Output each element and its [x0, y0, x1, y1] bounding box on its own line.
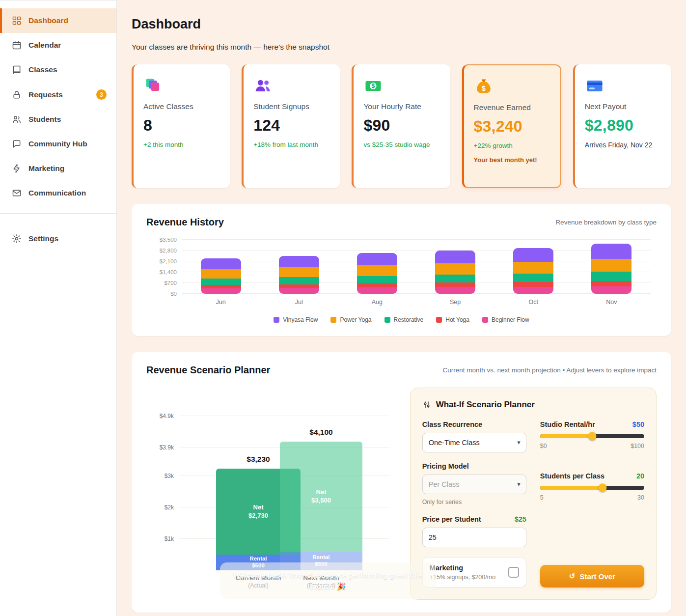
- history-bar-segment: [435, 251, 475, 263]
- history-bar-slot: [260, 256, 338, 294]
- scenario-gridline: [179, 416, 389, 416]
- segment-word: Net: [253, 504, 264, 512]
- stat-card-revenue-earned[interactable]: $ Revenue Earned $3,240 +22% growth Your…: [462, 64, 561, 188]
- history-month-label: Jun: [182, 299, 260, 306]
- stat-note: +18% from last month: [253, 140, 330, 150]
- sidebar-item-requests[interactable]: Requests 3: [0, 82, 116, 107]
- marketing-sublabel: +15% signups, $200/mo: [430, 574, 495, 581]
- legend-swatch: [384, 317, 390, 323]
- studio-rental-slider[interactable]: [540, 434, 644, 438]
- calendar-icon: [12, 40, 22, 50]
- welcome-toast: Welcome back! Your classes are performin…: [220, 562, 436, 599]
- students-per-class-slider[interactable]: [540, 486, 644, 490]
- sidebar-item-communication[interactable]: Communication: [0, 181, 116, 205]
- legend-label: Restorative: [394, 316, 424, 323]
- sidebar-item-label: Classes: [28, 65, 57, 74]
- stat-cards-row: Active Classes 8 +2 this month Student S…: [132, 64, 671, 188]
- sidebar-item-settings[interactable]: Settings: [0, 226, 116, 251]
- scenario-plot: $3,230 Net $2,730 Rental $500 $4,100: [179, 416, 389, 570]
- history-bar-segment: [201, 258, 241, 269]
- stat-value: 124: [253, 116, 330, 135]
- history-bar-segment: [435, 282, 475, 287]
- users-icon: [12, 114, 22, 124]
- scenario-subtitle: Current month vs. next month projection …: [443, 366, 657, 374]
- history-bar: [591, 244, 631, 294]
- history-bar-segment: [513, 262, 553, 274]
- history-bar-segment: [357, 287, 397, 294]
- start-over-button[interactable]: ↺ Start Over: [540, 565, 644, 588]
- history-bar-segment: [591, 286, 631, 294]
- sidebar-item-label: Students: [28, 115, 61, 124]
- sidebar-item-community-hub[interactable]: Community Hub: [0, 132, 116, 156]
- requests-count-badge: 3: [96, 89, 107, 100]
- history-bar-segment: [279, 277, 319, 284]
- legend-swatch: [274, 317, 279, 323]
- history-bar: [513, 248, 553, 294]
- students-per-class-max: 30: [637, 494, 644, 501]
- scenario-chart: $3,230 Net $2,730 Rental $500 $4,100: [146, 388, 395, 600]
- pricing-model-select[interactable]: Per Class ▾: [422, 475, 526, 494]
- marketing-addon-box[interactable]: Marketing +15% signups, $200/mo: [422, 557, 526, 588]
- revenue-history-chart: $3,500$2,800$2,100$1,400$700$0 JunJulAug…: [146, 240, 657, 323]
- legend-item: Power Yoga: [330, 316, 371, 323]
- history-tick-label: $2,800: [146, 248, 177, 253]
- history-bar-segment: [357, 265, 397, 276]
- page-subtitle: Your classes are thriving this month — h…: [132, 43, 671, 52]
- legend-swatch: [436, 317, 442, 323]
- scenario-tick-label: $3.9k: [146, 444, 174, 451]
- sidebar-item-students[interactable]: Students: [0, 107, 116, 132]
- next-month-total: $4,100: [280, 428, 362, 437]
- history-plot: $3,500$2,800$2,100$1,400$700$0: [182, 240, 651, 294]
- history-bar-segment: [513, 274, 553, 282]
- stat-card-next-payout[interactable]: Next Payout $2,890 Arrives Friday, Nov 2…: [573, 64, 671, 188]
- chevron-down-icon: ▾: [517, 439, 521, 446]
- toast-message: Welcome back! Your classes are performin…: [233, 571, 423, 590]
- sidebar-divider: [0, 213, 116, 214]
- sidebar-item-marketing[interactable]: Marketing: [0, 156, 116, 181]
- segment-amount: $2,730: [248, 512, 268, 520]
- stat-card-hourly-rate[interactable]: $ Your Hourly Rate $90 vs $25-35 studio …: [352, 64, 450, 188]
- legend-label: Hot Yoga: [445, 316, 469, 323]
- marketing-label: Marketing: [430, 564, 495, 572]
- page-title: Dashboard: [132, 17, 671, 32]
- legend-item: Beginner Flow: [482, 316, 529, 323]
- history-tick-label: $1,400: [146, 269, 177, 275]
- stat-card-active-classes[interactable]: Active Classes 8 +2 this month: [132, 64, 230, 188]
- stat-label: Student Signups: [253, 102, 330, 111]
- history-bar-segment: [435, 275, 475, 282]
- segment-word: Rental: [249, 556, 267, 562]
- people-icon: [253, 76, 273, 96]
- sidebar-item-dashboard[interactable]: Dashboard: [0, 8, 116, 33]
- sidebar-item-calendar[interactable]: Calendar: [0, 33, 116, 57]
- history-months: JunJulAugSepOctNov: [182, 299, 651, 306]
- scenario-title: Revenue Scenario Planner: [146, 364, 270, 376]
- what-if-panel: What-If Scenario Planner Class Recurrenc…: [410, 388, 657, 600]
- sidebar-item-classes[interactable]: Classes: [0, 57, 116, 82]
- scenario-tick-label: $2k: [146, 504, 174, 511]
- students-per-class-label: Students per Class: [540, 472, 604, 480]
- card-icon: [585, 76, 604, 96]
- sidebar-item-label: Requests: [28, 90, 63, 99]
- slider-thumb[interactable]: [588, 432, 596, 441]
- marketing-checkbox[interactable]: [508, 567, 519, 578]
- history-month-label: Nov: [573, 299, 651, 306]
- slider-fill: [540, 434, 592, 438]
- stat-value: $90: [363, 116, 440, 135]
- legend-item: Restorative: [384, 316, 424, 323]
- slider-thumb[interactable]: [599, 484, 607, 492]
- class-recurrence-select[interactable]: One-Time Class ▾: [422, 433, 526, 452]
- history-bar-segment: [279, 284, 319, 288]
- book-icon: [12, 65, 22, 75]
- history-bar-segment: [591, 281, 631, 286]
- history-bar-segment: [279, 256, 319, 267]
- history-tick-label: $3,500: [146, 237, 177, 243]
- next-month-bar: $4,100 Net $3,500 Rental $600: [280, 442, 362, 570]
- stat-card-student-signups[interactable]: Student Signups 124 +18% from last month: [242, 64, 340, 188]
- price-per-student-input[interactable]: [422, 528, 526, 547]
- history-bar-segment: [513, 248, 553, 262]
- stat-note: Arrives Friday, Nov 22: [585, 140, 661, 150]
- sidebar-item-label: Marketing: [28, 164, 64, 173]
- main-content: Dashboard Your classes are thriving this…: [117, 0, 686, 616]
- history-bar-segment: [201, 288, 241, 294]
- pricing-model-label: Pricing Model: [422, 462, 526, 470]
